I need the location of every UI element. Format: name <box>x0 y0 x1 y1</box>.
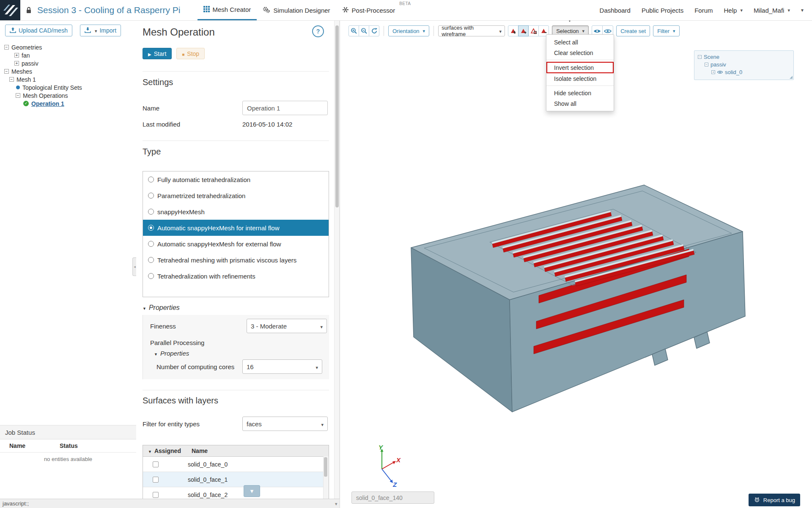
scene-tree-solid-0[interactable]: + solid_0 <box>694 68 793 76</box>
stop-button[interactable]: Stop <box>176 48 205 59</box>
upload-cad-button[interactable]: Upload CAD/mesh <box>5 25 72 36</box>
tree-item-fan[interactable]: + fan <box>0 51 136 59</box>
table-row[interactable]: solid_0_face_2 <box>143 487 329 499</box>
properties-collapse[interactable]: Properties <box>143 304 329 312</box>
chevron-down-icon <box>250 487 254 495</box>
collapse-icon[interactable]: − <box>4 69 9 74</box>
tree-item-mesh-operations[interactable]: − Mesh Operations <box>0 91 136 99</box>
refresh-view-button[interactable] <box>369 25 379 36</box>
radio-icon[interactable] <box>148 177 154 182</box>
render-mode-select[interactable]: surfaces with wireframe <box>438 25 505 36</box>
triangle-down-icon <box>154 350 158 357</box>
tree-item-topological-entity-sets[interactable]: Topological Entity Sets <box>0 83 136 91</box>
collapse-icon[interactable]: − <box>705 63 708 66</box>
entity-filter-select[interactable]: faces <box>242 417 328 431</box>
job-status-section: Job Status Name Status no entities avail… <box>0 425 136 462</box>
radio-icon[interactable] <box>148 193 154 199</box>
radio-icon[interactable] <box>148 273 154 279</box>
type-option-3-selected[interactable]: Automatic snappyHexMesh for internal flo… <box>143 220 329 236</box>
scene-tree-root[interactable]: − Scene <box>694 53 793 61</box>
assign-checkbox[interactable] <box>153 477 159 483</box>
panel-scrollbar[interactable] <box>334 20 340 499</box>
fineness-select[interactable]: 3 - Moderate <box>247 319 327 333</box>
menu-item-hide-selection[interactable]: Hide selection <box>546 88 614 98</box>
nav-dashboard[interactable]: Dashboard <box>600 7 631 14</box>
sort-triangle-icon[interactable] <box>148 447 152 454</box>
type-option-label: Tetrahedral meshing with prismatic visco… <box>157 257 296 264</box>
table-row[interactable]: solid_0_face_0 <box>143 457 329 472</box>
assign-checkbox[interactable] <box>153 461 159 467</box>
table-scrollbar[interactable] <box>323 456 329 499</box>
scrollbar-down-arrow[interactable] <box>335 501 337 507</box>
raspberry-pi-case-model[interactable] <box>402 178 757 423</box>
import-label: Import <box>99 27 116 34</box>
tab-label: Post-Processor <box>352 7 395 14</box>
scrollbar-thumb[interactable] <box>335 25 339 207</box>
radio-icon-selected[interactable] <box>148 225 154 231</box>
type-option-1[interactable]: Parametrized tetrahedralization <box>143 188 329 204</box>
scene-tree-passiv[interactable]: − passiv <box>694 61 793 68</box>
menu-item-show-all[interactable]: Show all <box>546 98 614 109</box>
collapse-icon[interactable]: − <box>4 45 9 50</box>
help-button[interactable]: ? <box>312 25 324 37</box>
nav-public-projects[interactable]: Public Projects <box>642 7 683 14</box>
zoom-in-button[interactable] <box>348 25 359 36</box>
orientation-button[interactable]: Orientation <box>388 25 429 36</box>
type-heading: Type <box>143 146 329 157</box>
radio-icon[interactable] <box>148 257 154 263</box>
tree-item-mesh-1[interactable]: − Mesh 1 <box>0 75 136 83</box>
type-option-6[interactable]: Tetrahedralization with refinements <box>143 268 329 284</box>
radio-icon[interactable] <box>148 209 154 215</box>
zoom-out-button[interactable] <box>359 25 369 36</box>
nav-help-menu[interactable]: Help <box>724 7 743 14</box>
create-set-button[interactable]: Create set <box>616 25 650 36</box>
selection-label: Selection <box>556 28 579 34</box>
visibility-eye-icon[interactable] <box>717 69 723 75</box>
job-status-columns: Name Status <box>0 439 136 453</box>
collapse-icon[interactable]: − <box>9 77 14 82</box>
report-bug-button[interactable]: Report a bug <box>749 494 800 506</box>
scroll-more-button[interactable] <box>244 485 260 497</box>
expand-icon[interactable]: + <box>14 61 19 66</box>
scrollbar-thumb[interactable] <box>324 457 327 477</box>
type-option-4[interactable]: Automatic snappyHexMesh for external flo… <box>143 236 329 252</box>
menu-item-select-all[interactable]: Select all <box>546 37 614 47</box>
menu-item-isolate-selection[interactable]: Isolate selection <box>546 73 614 84</box>
assign-checkbox[interactable] <box>153 492 159 498</box>
select-add-mode-button[interactable] <box>518 25 529 36</box>
tab-simulation-designer[interactable]: Simulation Designer <box>257 0 336 20</box>
select-box-mode-button[interactable] <box>528 25 539 36</box>
collapse-icon[interactable]: − <box>16 93 20 98</box>
menu-item-clear-selection[interactable]: Clear selection <box>546 47 614 58</box>
tree-item-operation-1[interactable]: Operation 1 <box>0 99 136 108</box>
parallel-properties-collapse[interactable]: Properties <box>150 350 327 357</box>
filter-button[interactable]: Filter <box>653 25 679 36</box>
collapse-icon[interactable]: − <box>698 55 702 59</box>
tree-item-passiv[interactable]: + passiv <box>0 59 136 67</box>
tab-mesh-creator[interactable]: Mesh Creator <box>198 0 257 20</box>
chevron-down-icon[interactable]: ▾ <box>801 7 804 13</box>
table-row-highlighted[interactable]: solid_0_face_1 <box>143 472 329 487</box>
menu-divider <box>546 86 614 86</box>
cores-select[interactable]: 16 <box>242 359 322 374</box>
mode-tabs: Mesh Creator Simulation Designer <box>198 0 401 20</box>
tab-post-processor[interactable]: Post-Processor BETA <box>336 0 401 20</box>
nav-forum[interactable]: Forum <box>694 7 713 14</box>
expand-icon[interactable]: + <box>14 53 19 58</box>
simscale-logo[interactable] <box>0 0 20 20</box>
operation-name-input[interactable] <box>242 101 328 115</box>
type-option-label: snappyHexMesh <box>157 208 205 215</box>
type-option-5[interactable]: Tetrahedral meshing with prismatic visco… <box>143 252 329 268</box>
select-single-mode-button[interactable] <box>508 25 518 36</box>
expand-icon[interactable]: + <box>711 70 715 74</box>
radio-icon[interactable] <box>148 241 154 247</box>
tree-item-geometries[interactable]: − Geometries <box>0 43 136 51</box>
tree-item-meshes[interactable]: − Meshes <box>0 67 136 75</box>
import-button[interactable]: Import <box>80 25 121 36</box>
start-button[interactable]: Start <box>143 48 172 59</box>
menu-item-invert-selection-highlighted[interactable]: Invert selection <box>546 62 614 73</box>
face-name: solid_0_face_0 <box>188 461 228 468</box>
user-menu[interactable]: Milad_Mafi <box>754 7 790 14</box>
type-option-2[interactable]: snappyHexMesh <box>143 204 329 220</box>
type-option-0[interactable]: Fully automatic tetrahedralization <box>143 171 329 188</box>
